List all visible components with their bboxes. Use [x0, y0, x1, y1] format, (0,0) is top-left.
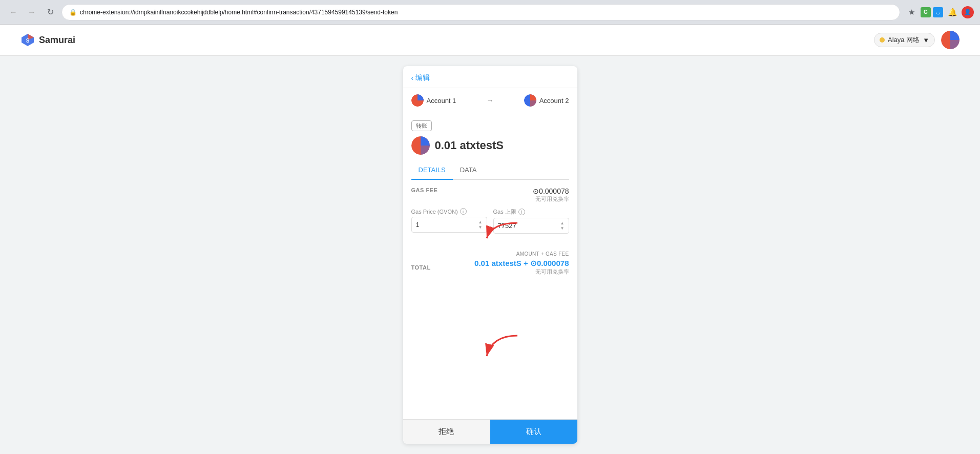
amount-row: 0.01 atxtestS	[411, 136, 569, 155]
gas-fee-sub: 无可用兑换率	[533, 195, 569, 203]
to-account-avatar	[524, 94, 536, 107]
extension-icon-2: ◡	[933, 7, 943, 17]
total-value: 0.01 atxtestS + ⊙0.000078	[474, 259, 569, 268]
network-badge[interactable]: Alaya 网络 ▼	[874, 33, 935, 47]
total-label: TOTAL	[411, 264, 431, 271]
gas-price-group: Gas Price (GVON) i 1 ▲ ▼	[411, 208, 487, 234]
gas-price-info-icon[interactable]: i	[460, 208, 467, 215]
token-avatar	[411, 136, 430, 155]
user-icon: 👤	[962, 6, 974, 18]
gas-limit-label: Gas 上限 i	[493, 208, 569, 216]
gas-price-value: 1	[416, 221, 420, 229]
back-nav[interactable]: ‹ 编辑	[403, 66, 577, 88]
confirm-button[interactable]: 确认	[490, 420, 577, 444]
to-account: Account 2	[524, 94, 569, 107]
bookmark-button[interactable]: ★	[904, 5, 919, 19]
transfer-section: 转账 0.01 atxtestS	[403, 113, 577, 161]
browser-actions: ★ G ◡ 🔔 👤	[904, 5, 974, 19]
extension-icon-1: G	[921, 7, 931, 17]
back-arrow-icon: ‹	[411, 74, 414, 82]
amount-gas-label: AMOUNT + GAS FEE	[411, 251, 569, 257]
gas-fee-value: ⊙0.000078	[533, 187, 569, 195]
svg-text:S: S	[26, 38, 30, 44]
app-logo: S Samurai	[20, 33, 75, 47]
gas-limit-info-icon[interactable]: i	[518, 209, 525, 215]
gas-price-label: Gas Price (GVON) i	[411, 208, 487, 215]
url-text: chrome-extension://idmpkaiinlfnanoikccok…	[80, 9, 892, 16]
forward-button[interactable]: →	[25, 5, 39, 19]
gas-limit-value: 77527	[498, 222, 516, 230]
back-button[interactable]: ←	[6, 5, 20, 19]
tabs-row: DETAILS DATA	[411, 161, 569, 180]
notifications-button[interactable]: 🔔	[945, 5, 960, 19]
arrow-icon: →	[462, 96, 517, 105]
network-dot	[880, 37, 885, 43]
transaction-card: ‹ 编辑 Account 1 → Account 2	[403, 66, 577, 444]
network-chevron: ▼	[923, 36, 929, 44]
to-account-label: Account 2	[539, 97, 569, 105]
spacer	[403, 283, 577, 419]
gas-inputs-row: Gas Price (GVON) i 1 ▲ ▼ Gas 上限 i	[411, 208, 569, 234]
samurai-logo-icon: S	[20, 33, 35, 47]
details-section: GAS FEE ⊙0.000078 无可用兑换率 Gas Price (GVON…	[403, 180, 577, 248]
gas-fee-row: GAS FEE ⊙0.000078 无可用兑换率	[411, 187, 569, 203]
lock-icon: 🔒	[69, 9, 77, 16]
gas-fee-label: GAS FEE	[411, 187, 438, 193]
back-label: 编辑	[415, 73, 430, 82]
tab-data[interactable]: DATA	[453, 161, 484, 180]
gas-price-spinner[interactable]: ▲ ▼	[478, 220, 483, 230]
accounts-row: Account 1 → Account 2	[403, 88, 577, 113]
amount-text: 0.01 atxtestS	[435, 139, 504, 152]
gas-limit-group: Gas 上限 i 77527 ▲ ▼	[493, 208, 569, 234]
header-avatar[interactable]	[941, 31, 960, 49]
from-account-label: Account 1	[427, 97, 456, 105]
header-right: Alaya 网络 ▼	[874, 31, 960, 49]
gas-limit-spinner[interactable]: ▲ ▼	[560, 221, 565, 231]
from-account-avatar	[411, 94, 424, 107]
reload-button[interactable]: ↻	[43, 5, 57, 19]
app-title: Samurai	[39, 35, 75, 46]
total-section: AMOUNT + GAS FEE TOTAL 0.01 atxtestS + ⊙…	[403, 248, 577, 283]
network-label: Alaya 网络	[888, 35, 920, 45]
total-sub: 无可用兑换率	[474, 268, 569, 276]
app-header: S Samurai Alaya 网络 ▼	[0, 25, 980, 56]
from-account: Account 1	[411, 94, 456, 107]
gas-price-input[interactable]: 1 ▲ ▼	[411, 217, 487, 233]
address-bar[interactable]: 🔒 chrome-extension://idmpkaiinlfnanoikcc…	[61, 4, 900, 20]
main-content: ‹ 编辑 Account 1 → Account 2	[0, 56, 980, 454]
browser-chrome: ← → ↻ 🔒 chrome-extension://idmpkaiinlfna…	[0, 0, 980, 25]
transfer-badge: 转账	[411, 120, 432, 131]
tab-details[interactable]: DETAILS	[411, 161, 453, 180]
button-row: 拒绝 确认	[403, 419, 577, 444]
gas-limit-input[interactable]: 77527 ▲ ▼	[493, 218, 569, 234]
reject-button[interactable]: 拒绝	[403, 420, 491, 444]
total-row: TOTAL 0.01 atxtestS + ⊙0.000078 无可用兑换率	[411, 259, 569, 276]
